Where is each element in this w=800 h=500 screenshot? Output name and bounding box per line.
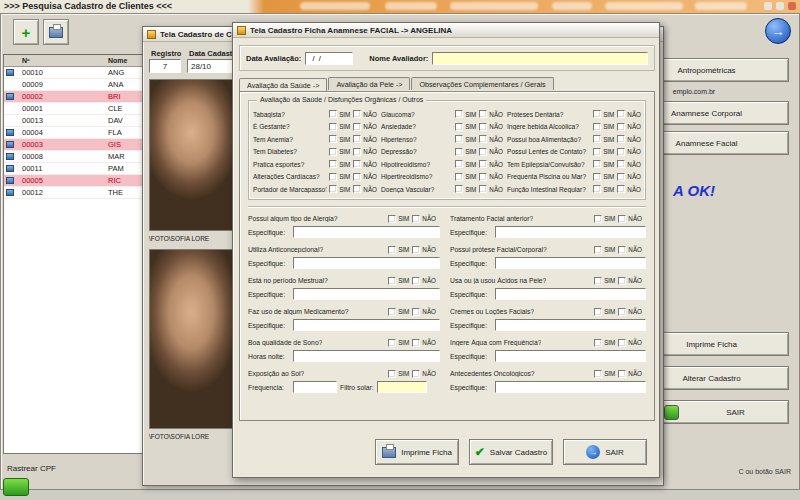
data-avaliacao-input[interactable] — [305, 52, 353, 65]
nao-checkbox[interactable] — [617, 123, 625, 131]
nao-checkbox[interactable] — [412, 339, 420, 347]
sim-checkbox[interactable] — [329, 173, 337, 181]
nao-option: NÃO — [618, 308, 642, 316]
field-input[interactable] — [495, 381, 646, 393]
field-input[interactable] — [293, 350, 440, 362]
nao-checkbox[interactable] — [618, 246, 626, 254]
sim-checkbox[interactable] — [455, 135, 463, 143]
field-input[interactable] — [495, 257, 646, 269]
field-input[interactable] — [293, 288, 440, 300]
sim-checkbox[interactable] — [593, 135, 601, 143]
field-input[interactable] — [293, 226, 440, 238]
sim-checkbox[interactable] — [455, 123, 463, 131]
sim-checkbox[interactable] — [594, 308, 602, 316]
nao-checkbox[interactable] — [412, 215, 420, 223]
sim-checkbox[interactable] — [593, 173, 601, 181]
print-list-button[interactable] — [43, 19, 69, 45]
sim-checkbox[interactable] — [329, 123, 337, 131]
nao-checkbox[interactable] — [479, 135, 487, 143]
question-label: Possui prótese Facial/Corporal? — [450, 246, 547, 253]
nao-checkbox[interactable] — [479, 160, 487, 168]
field-input[interactable] — [495, 226, 646, 238]
question-label: Antecedentes Oncológicos? — [450, 370, 535, 377]
sair-dialog-button[interactable]: → SAIR — [563, 439, 647, 465]
sim-checkbox[interactable] — [455, 185, 463, 193]
sim-checkbox[interactable] — [594, 215, 602, 223]
nao-checkbox[interactable] — [479, 123, 487, 131]
sim-checkbox[interactable] — [593, 185, 601, 193]
add-client-button[interactable]: + — [13, 19, 39, 45]
sim-label: SIM — [398, 339, 409, 346]
sim-checkbox[interactable] — [594, 339, 602, 347]
sim-checkbox[interactable] — [455, 148, 463, 156]
field-input[interactable] — [495, 350, 646, 362]
sim-option: SIM — [329, 185, 350, 193]
sim-checkbox[interactable] — [329, 135, 337, 143]
nao-checkbox[interactable] — [479, 148, 487, 156]
nao-checkbox[interactable] — [353, 185, 361, 193]
nao-checkbox[interactable] — [617, 185, 625, 193]
sim-checkbox[interactable] — [593, 160, 601, 168]
sim-checkbox[interactable] — [329, 110, 337, 118]
sim-checkbox[interactable] — [593, 148, 601, 156]
nao-checkbox[interactable] — [479, 110, 487, 118]
nao-checkbox[interactable] — [412, 308, 420, 316]
anamnese-titlebar[interactable]: Tela Cadastro Ficha Anamnese FACIAL -> A… — [233, 23, 659, 38]
nao-checkbox[interactable] — [353, 123, 361, 131]
nome-avaliador-input[interactable] — [432, 52, 648, 65]
salvar-cadastro-button[interactable]: ✔ Salvar Cadastro — [469, 439, 553, 465]
field-input[interactable] — [293, 381, 337, 393]
field-input[interactable] — [495, 288, 646, 300]
nao-checkbox[interactable] — [412, 370, 420, 378]
filtro-solar-input[interactable] — [377, 381, 427, 393]
field-input[interactable] — [293, 319, 440, 331]
sim-checkbox[interactable] — [455, 173, 463, 181]
nao-checkbox[interactable] — [353, 148, 361, 156]
imprime-ficha-dialog-button[interactable]: Imprime Ficha — [375, 439, 459, 465]
field-input[interactable] — [293, 257, 440, 269]
sim-checkbox[interactable] — [388, 215, 396, 223]
nao-checkbox[interactable] — [618, 277, 626, 285]
green-action-button[interactable] — [3, 478, 29, 496]
nao-checkbox[interactable] — [617, 160, 625, 168]
nao-checkbox[interactable] — [617, 135, 625, 143]
nao-checkbox[interactable] — [353, 110, 361, 118]
nao-checkbox[interactable] — [618, 370, 626, 378]
nao-checkbox[interactable] — [618, 215, 626, 223]
nao-checkbox[interactable] — [617, 110, 625, 118]
nao-checkbox[interactable] — [617, 148, 625, 156]
nao-checkbox[interactable] — [353, 173, 361, 181]
sim-checkbox[interactable] — [329, 148, 337, 156]
nao-checkbox[interactable] — [353, 135, 361, 143]
sim-nao-pair: SIMNÃO — [593, 148, 641, 156]
back-button[interactable]: → — [765, 18, 791, 44]
sim-checkbox[interactable] — [388, 277, 396, 285]
nao-checkbox[interactable] — [412, 277, 420, 285]
sim-checkbox[interactable] — [388, 246, 396, 254]
nao-checkbox[interactable] — [618, 308, 626, 316]
sim-checkbox[interactable] — [593, 110, 601, 118]
nao-checkbox[interactable] — [479, 173, 487, 181]
nao-checkbox[interactable] — [353, 160, 361, 168]
tab-3[interactable]: Observações Complementares / Gerais — [411, 77, 553, 90]
nao-checkbox[interactable] — [617, 173, 625, 181]
nao-checkbox[interactable] — [618, 339, 626, 347]
sim-checkbox[interactable] — [329, 160, 337, 168]
sim-checkbox[interactable] — [593, 123, 601, 131]
sim-checkbox[interactable] — [388, 339, 396, 347]
nao-checkbox[interactable] — [412, 246, 420, 254]
nao-checkbox[interactable] — [479, 185, 487, 193]
field-label: Especifique: — [248, 260, 290, 267]
tab-2[interactable]: Avaliação da Pele -> — [328, 77, 410, 90]
sim-checkbox[interactable] — [329, 185, 337, 193]
sim-checkbox[interactable] — [594, 370, 602, 378]
sim-checkbox[interactable] — [455, 110, 463, 118]
sim-checkbox[interactable] — [455, 160, 463, 168]
sim-checkbox[interactable] — [388, 308, 396, 316]
field-input[interactable] — [495, 319, 646, 331]
sair-app-button[interactable]: SAIR — [657, 400, 789, 424]
sim-checkbox[interactable] — [594, 246, 602, 254]
sim-checkbox[interactable] — [594, 277, 602, 285]
tab-1[interactable]: Avaliação da Saúde -> — [239, 78, 327, 91]
sim-checkbox[interactable] — [388, 370, 396, 378]
